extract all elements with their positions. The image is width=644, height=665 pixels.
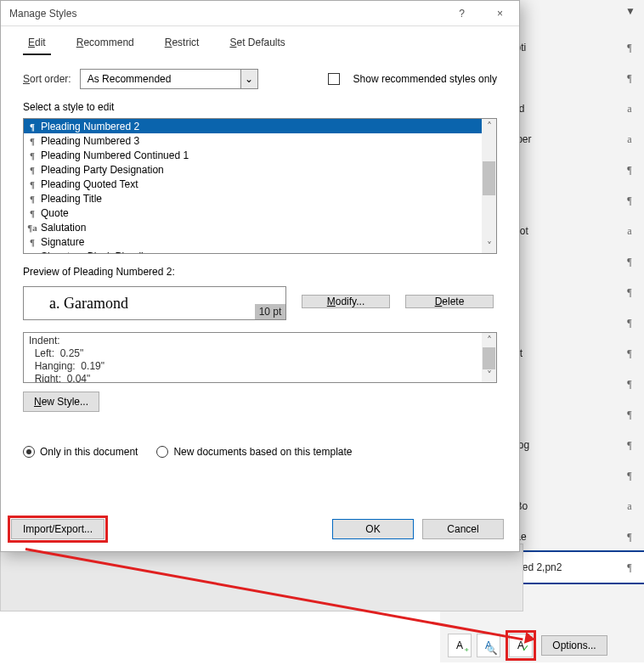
style-type-icon: ¶	[624, 42, 636, 54]
paragraph-icon: ¶a	[27, 223, 37, 233]
paragraph-icon: ¶	[27, 179, 37, 189]
style-item[interactable]: ¶Pleading Numbered 3	[24, 133, 482, 148]
style-type-icon: ¶	[624, 561, 636, 574]
preview-box: a. Garamond 10 pt	[23, 286, 286, 320]
paragraph-icon: ¶	[27, 150, 37, 161]
scroll-down-icon[interactable]: ˅	[482, 368, 496, 382]
style-item-label: Signature Block Pleading	[41, 251, 155, 254]
preview-sample-text: a. Garamond	[49, 295, 128, 313]
paragraph-icon: ¶	[27, 194, 37, 204]
style-type-icon: ¶	[624, 164, 636, 177]
style-type-icon: ¶	[624, 194, 636, 207]
style-inspector-icon-button[interactable]: A🔍	[477, 634, 500, 657]
sort-order-label: Sort order:	[23, 73, 71, 85]
radio-new-documents-template[interactable]: New documents based on this template	[156, 446, 352, 458]
radio-label: Only in this document	[40, 446, 138, 458]
show-recommended-label: Show recommended styles only	[353, 73, 497, 85]
chevron-down-icon[interactable]: ⌄	[240, 70, 257, 88]
pane-menu-caret[interactable]: ▼	[625, 5, 636, 17]
paragraph-icon: ¶	[27, 136, 37, 146]
style-type-icon: ¶	[624, 317, 636, 330]
modify-button[interactable]: Modify...	[302, 295, 390, 308]
style-type-icon: ¶	[624, 72, 636, 85]
paragraph-icon: ¶	[27, 121, 37, 132]
paragraph-icon: ¶	[27, 208, 37, 218]
description-scrollbar[interactable]: ˄ ˅	[482, 333, 496, 382]
show-recommended-checkbox[interactable]	[328, 73, 340, 85]
style-type-icon: ¶	[624, 470, 636, 482]
tab-restrict[interactable]: Restrict	[160, 33, 205, 55]
sort-order-select[interactable]: As Recommended ⌄	[80, 69, 258, 89]
radio-indicator	[156, 446, 168, 458]
style-type-icon: ¶	[624, 256, 636, 268]
style-item[interactable]: ¶Pleading Party Designation	[24, 162, 482, 177]
style-item-label: Quote	[41, 207, 69, 219]
style-item-label: Salutation	[41, 222, 86, 234]
paragraph-icon: ¶	[27, 237, 37, 247]
preview-pointsize: 10 pt	[255, 304, 285, 319]
paragraph-icon: ¶	[27, 251, 37, 254]
radio-label: New documents based on this template	[173, 446, 352, 458]
cancel-button[interactable]: Cancel	[422, 519, 504, 539]
ok-button[interactable]: OK	[332, 519, 414, 539]
select-style-label: Select a style to edit	[23, 101, 497, 113]
tab-set-defaults[interactable]: Set Defaults	[224, 33, 290, 55]
description-box: Indent: Left: 0.25" Hanging: 0.19" Right…	[23, 332, 497, 383]
document-background	[0, 544, 523, 611]
scroll-thumb[interactable]	[483, 161, 495, 195]
style-listbox[interactable]: ¶Pleading Numbered 2¶Pleading Numbered 3…	[23, 118, 497, 254]
radio-indicator	[23, 446, 35, 458]
tab-recommend[interactable]: Recommend	[71, 33, 139, 55]
style-item[interactable]: ¶Pleading Title	[24, 191, 482, 206]
import-export-highlight: Import/Export...	[8, 516, 108, 543]
style-type-icon: a	[624, 500, 636, 513]
style-type-icon: a	[624, 103, 636, 116]
style-type-icon: ¶	[624, 378, 636, 391]
dialog-tabs: EditRecommendRestrictSet Defaults	[1, 26, 519, 55]
scroll-down-icon[interactable]: ˅	[482, 239, 496, 253]
style-type-icon: a	[624, 133, 636, 146]
style-item[interactable]: ¶aSalutation	[24, 220, 482, 234]
options-button[interactable]: Options...	[541, 635, 607, 656]
style-item-label: Signature	[41, 236, 84, 248]
new-style-icon-button[interactable]: A₊	[448, 634, 472, 657]
style-item[interactable]: ¶Pleading Numbered 2	[24, 119, 482, 133]
style-type-icon: ¶	[624, 347, 636, 360]
style-item[interactable]: ¶Signature	[24, 234, 482, 249]
dialog-title: Manage Styles	[1, 8, 443, 20]
import-export-button[interactable]: Import/Export...	[11, 519, 105, 539]
style-item-label: Pleading Numbered 3	[41, 135, 139, 147]
paragraph-icon: ¶	[27, 165, 37, 175]
dialog-titlebar: Manage Styles ? ×	[1, 1, 519, 26]
style-type-icon: ¶	[624, 286, 636, 299]
style-item[interactable]: ¶Quote	[24, 206, 482, 220]
annotation-arrow-head	[524, 632, 536, 645]
style-item[interactable]: ¶Pleading Numbered Continued 1	[24, 148, 482, 162]
radio-only-in-document[interactable]: Only in this document	[23, 446, 138, 458]
style-item[interactable]: ¶Signature Block Pleading	[24, 249, 482, 253]
tab-edit[interactable]: Edit	[23, 33, 51, 55]
style-type-icon: ¶	[624, 531, 636, 544]
style-type-icon: ¶	[624, 439, 636, 452]
style-item-label: Pleading Quoted Text	[41, 178, 138, 190]
style-item[interactable]: ¶Pleading Quoted Text	[24, 177, 482, 191]
style-type-icon: ¶	[624, 409, 636, 421]
style-item-label: Pleading Party Designation	[41, 164, 164, 176]
help-button[interactable]: ?	[443, 1, 481, 26]
new-style-button[interactable]: New Style...	[23, 392, 99, 412]
style-item-label: Pleading Numbered Continued 1	[41, 149, 189, 161]
manage-styles-dialog: Manage Styles ? × EditRecommendRestrictS…	[0, 0, 520, 552]
preview-label: Preview of Pleading Numbered 2:	[23, 266, 497, 278]
listbox-scrollbar[interactable]: ˄ ˅	[482, 119, 496, 253]
delete-button[interactable]: Delete	[405, 295, 494, 308]
style-item-label: Pleading Numbered 2	[41, 121, 139, 132]
scroll-up-icon[interactable]: ˄	[482, 119, 496, 133]
style-type-icon: a	[624, 225, 636, 238]
scroll-thumb[interactable]	[483, 347, 495, 369]
style-item-label: Pleading Title	[41, 193, 102, 205]
scroll-up-icon[interactable]: ˄	[482, 333, 496, 347]
sort-order-value: As Recommended	[81, 73, 240, 85]
close-button[interactable]: ×	[481, 1, 519, 26]
